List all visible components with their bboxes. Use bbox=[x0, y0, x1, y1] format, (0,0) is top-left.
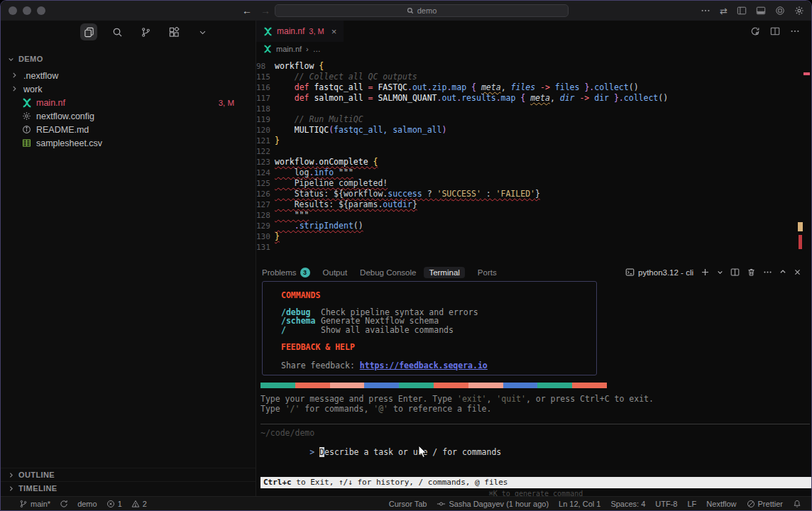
code-line[interactable]: 127 Results: ${params.outdir} bbox=[256, 199, 811, 210]
close-window-button[interactable] bbox=[9, 6, 17, 15]
kill-terminal-button[interactable] bbox=[747, 268, 756, 278]
git-commit-icon bbox=[437, 500, 446, 508]
command-center-search[interactable]: demo bbox=[275, 4, 569, 17]
breadcrumb-file[interactable]: main.nf bbox=[276, 45, 302, 53]
status-item-1[interactable]: 1 bbox=[106, 500, 122, 508]
status-item-sync[interactable] bbox=[60, 500, 68, 508]
panel-tab-terminal[interactable]: Terminal bbox=[424, 267, 464, 278]
line-number: 116 bbox=[256, 82, 275, 93]
code-line[interactable]: 120 MULTIQC(fastqc_all, salmon_all) bbox=[256, 125, 811, 136]
timeline-section[interactable]: TIMELINE bbox=[1, 481, 256, 495]
panel-tabbar: Problems3OutputDebug ConsoleTerminalPort… bbox=[256, 265, 811, 280]
forward-arrow-icon[interactable]: → bbox=[260, 5, 270, 16]
new-terminal-button[interactable] bbox=[701, 268, 710, 278]
code-line[interactable]: 122 bbox=[256, 146, 811, 157]
more-icon[interactable] bbox=[763, 268, 772, 278]
terminal-instance-label[interactable]: python3.12 - cli bbox=[625, 268, 693, 278]
mouse-pointer bbox=[418, 445, 428, 459]
outline-section[interactable]: OUTLINE bbox=[1, 468, 256, 481]
close-panel-icon[interactable] bbox=[794, 268, 801, 278]
code-editor[interactable]: 98workflow {115 // Collect all QC output… bbox=[256, 56, 811, 265]
code-line[interactable]: 128 """ bbox=[256, 210, 811, 221]
line-number: 125 bbox=[256, 178, 275, 189]
panel-tab-debug-console[interactable]: Debug Console bbox=[360, 268, 416, 277]
code-line[interactable]: 98workflow { bbox=[256, 61, 811, 72]
extensions-icon[interactable] bbox=[165, 23, 182, 40]
status-item-spaces-4[interactable]: Spaces: 4 bbox=[610, 500, 645, 508]
status-item-nextflow[interactable]: Nextflow bbox=[706, 500, 736, 508]
chevron-down-icon[interactable] bbox=[194, 23, 211, 40]
status-item-ln-12-col-1[interactable]: Ln 12, Col 1 bbox=[559, 500, 600, 508]
code-line[interactable]: 129 .stripIndent() bbox=[256, 221, 811, 231]
terminal-dropdown-icon[interactable] bbox=[717, 268, 723, 277]
status-item-2[interactable]: 2 bbox=[131, 500, 147, 508]
status-item-utf-8[interactable]: UTF-8 bbox=[655, 500, 677, 508]
minimap-error-mark bbox=[799, 235, 802, 249]
code-line[interactable]: 124 log.info """ bbox=[256, 167, 811, 178]
search-icon[interactable] bbox=[109, 23, 126, 40]
code-line[interactable]: 126 Status: ${workflow.success ? 'SUCCES… bbox=[256, 189, 811, 199]
explorer-section-header[interactable]: DEMO bbox=[1, 52, 256, 66]
status-item-cursor-tab[interactable]: Cursor Tab bbox=[389, 500, 427, 508]
layout-secondary-icon[interactable] bbox=[775, 6, 785, 16]
code-line[interactable]: 123workflow.onComplete { bbox=[256, 157, 811, 167]
nextflow-logo-icon bbox=[263, 27, 273, 36]
minimize-window-button[interactable] bbox=[23, 6, 31, 15]
feedback-heading: FEEDBACK & HELP bbox=[281, 342, 596, 352]
feedback-link[interactable]: https://feedback.seqera.io bbox=[360, 361, 488, 370]
more-icon[interactable] bbox=[790, 26, 800, 36]
back-arrow-icon[interactable]: ← bbox=[242, 5, 252, 16]
tree-item-nextflow-config[interactable]: nextflow.config bbox=[1, 109, 256, 123]
panel-tab-problems[interactable]: Problems3 bbox=[262, 268, 310, 278]
terminal-input[interactable]: > Describe a task or use / for commands bbox=[260, 437, 501, 467]
code-line[interactable]: 119 // Run MultiQC bbox=[256, 114, 811, 125]
search-text: demo bbox=[417, 6, 437, 15]
close-tab-icon[interactable]: × bbox=[331, 26, 337, 37]
code-line[interactable]: 125 Pipeline completed! bbox=[256, 178, 811, 189]
code-line[interactable]: 131 bbox=[256, 242, 811, 253]
tree-item-samplesheet-csv[interactable]: samplesheet.csv bbox=[1, 136, 256, 150]
tree-item-readme-md[interactable]: README.md bbox=[1, 123, 256, 136]
breadcrumb-rest[interactable]: … bbox=[313, 45, 321, 53]
breadcrumb[interactable]: main.nf › … bbox=[256, 42, 811, 56]
line-number: 127 bbox=[256, 199, 275, 210]
status-item-demo[interactable]: demo bbox=[77, 500, 97, 508]
more-icon[interactable] bbox=[701, 6, 710, 16]
tree-item--nextflow[interactable]: .nextflow bbox=[1, 69, 256, 82]
panel-tab-ports[interactable]: Ports bbox=[478, 268, 497, 277]
split-editor-icon[interactable] bbox=[770, 26, 780, 36]
line-number: 123 bbox=[256, 157, 275, 167]
panel-tab-output[interactable]: Output bbox=[323, 268, 348, 277]
terminal-divider bbox=[260, 424, 810, 424]
settings-gear-icon[interactable] bbox=[794, 6, 804, 16]
code-line[interactable]: 118 bbox=[256, 104, 811, 114]
section-label: DEMO bbox=[18, 55, 43, 63]
layout-sidebar-icon[interactable] bbox=[737, 6, 747, 16]
status-item-main[interactable]: main* bbox=[19, 500, 50, 508]
vscode-window: ← → demo ⇄ bbox=[0, 0, 812, 511]
status-item-bell[interactable] bbox=[793, 500, 801, 508]
terminal[interactable]: COMMANDS /debugCheck pipeline syntax and… bbox=[256, 280, 811, 496]
code-line[interactable]: 121} bbox=[256, 136, 811, 146]
zoom-window-button[interactable] bbox=[37, 6, 45, 15]
files-icon[interactable] bbox=[80, 23, 97, 40]
code-line[interactable]: 117 def salmon_all = SALMON_QUANT.out.re… bbox=[256, 93, 811, 104]
split-terminal-button[interactable] bbox=[730, 268, 740, 278]
maximize-panel-icon[interactable] bbox=[779, 268, 786, 277]
layout-panel-icon[interactable] bbox=[756, 6, 766, 16]
tab-dirty-badge: 3, M bbox=[309, 27, 324, 35]
code-line[interactable]: 115 // Collect all QC outputs bbox=[256, 72, 811, 82]
code-line[interactable]: 130} bbox=[256, 231, 811, 242]
source-control-icon[interactable] bbox=[137, 23, 154, 40]
status-item-lf[interactable]: LF bbox=[688, 500, 697, 508]
status-item-prettier[interactable]: Prettier bbox=[747, 500, 783, 508]
prettier-icon bbox=[747, 500, 755, 508]
traffic-lights[interactable] bbox=[9, 6, 45, 15]
tree-item-main-nf[interactable]: main.nf3, M bbox=[1, 96, 256, 109]
history-icon[interactable] bbox=[750, 26, 760, 36]
tab-main-nf[interactable]: main.nf 3, M × bbox=[256, 21, 344, 42]
tree-item-work[interactable]: work bbox=[1, 82, 256, 96]
code-line[interactable]: 116 def fastqc_all = FASTQC.out.zip.map … bbox=[256, 82, 811, 93]
status-item-sasha-dagayev-1-hour-ago[interactable]: Sasha Dagayev (1 hour ago) bbox=[437, 500, 549, 508]
swap-arrows-icon[interactable]: ⇄ bbox=[720, 6, 728, 16]
